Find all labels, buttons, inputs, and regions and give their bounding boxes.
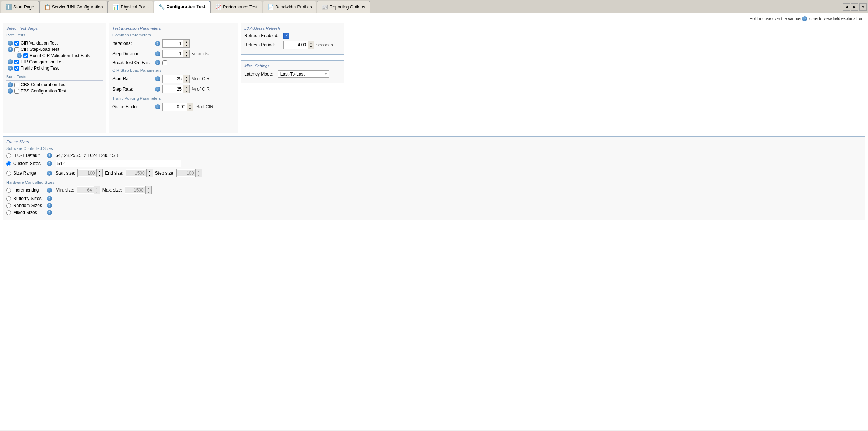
ebs-config-help-icon[interactable]: ? [8, 88, 13, 94]
end-size-spin-buttons: ▲ ▼ [146, 169, 153, 177]
cbs-config-checkbox[interactable] [14, 83, 19, 87]
tab-scroll-right[interactable]: ▶ [851, 3, 858, 11]
refresh-period-input[interactable]: 4.00 [284, 42, 308, 48]
break-on-fail-help-icon[interactable]: ? [155, 60, 160, 65]
l3-refresh-panel: L3 Address Refresh Refresh Enabled: Refr… [241, 23, 344, 55]
end-size-spin-up[interactable]: ▲ [147, 169, 153, 173]
run-if-cir-fails-checkbox[interactable] [23, 53, 28, 58]
step-duration-spin-up[interactable]: ▲ [183, 50, 189, 54]
start-rate-input[interactable]: 25 [163, 76, 183, 82]
incrementing-help-icon[interactable]: ? [47, 188, 52, 193]
run-if-cir-fails-row: ? Run if CIR Validation Test Fails [6, 53, 103, 58]
end-size-spin-down[interactable]: ▼ [147, 173, 153, 177]
iterations-input[interactable]: 1 [163, 40, 183, 47]
butterfly-radio[interactable] [6, 196, 11, 201]
run-if-cir-fails-help-icon[interactable]: ? [17, 53, 22, 58]
random-help-icon[interactable]: ? [47, 203, 52, 208]
start-rate-spin-buttons: ▲ ▼ [183, 75, 189, 83]
frame-sizes-title: Frame Sizes [6, 140, 862, 144]
tab-start-page[interactable]: ℹ️ Start Page [1, 1, 39, 13]
incrementing-label: Incrementing [13, 188, 45, 193]
end-size-input[interactable]: 1500 [126, 170, 146, 176]
step-size-spin-up[interactable]: ▲ [196, 169, 202, 173]
grace-factor-spin-down[interactable]: ▼ [187, 107, 193, 111]
custom-sizes-help-icon[interactable]: ? [47, 161, 52, 166]
max-size-spin-up[interactable]: ▲ [146, 186, 151, 190]
min-size-spin-up[interactable]: ▲ [94, 186, 100, 190]
tab-reporting-options[interactable]: 📰 Reporting Options [317, 1, 370, 13]
traffic-policing-checkbox[interactable] [14, 66, 19, 71]
refresh-enabled-checkbox[interactable] [283, 33, 289, 39]
step-rate-help-icon[interactable]: ? [155, 87, 160, 92]
min-size-spin-down[interactable]: ▼ [94, 190, 100, 194]
cir-validation-checkbox[interactable] [14, 41, 19, 46]
custom-sizes-radio[interactable] [6, 161, 11, 166]
max-size-input[interactable]: 1500 [125, 187, 145, 193]
exec-params-panel: Test Execution Parameters Common Paramet… [109, 23, 238, 133]
step-rate-spinner: 25 ▲ ▼ [162, 85, 190, 93]
min-size-input[interactable]: 64 [77, 187, 94, 193]
min-size-spin-buttons: ▲ ▼ [94, 186, 100, 194]
step-size-spin-down[interactable]: ▼ [196, 173, 202, 177]
grace-factor-spin-up[interactable]: ▲ [187, 103, 193, 107]
itu-default-help-icon[interactable]: ? [47, 153, 52, 158]
custom-sizes-input[interactable]: 512 [56, 160, 181, 167]
cir-step-load-checkbox[interactable] [14, 47, 19, 52]
step-duration-label: Step Duration: [112, 51, 153, 56]
end-size-label: End size: [105, 171, 123, 176]
tab-physical-ports[interactable]: 📊 Physical Ports [108, 1, 153, 13]
start-size-spin-up[interactable]: ▲ [97, 169, 102, 173]
break-on-fail-checkbox[interactable] [162, 60, 167, 65]
refresh-period-spin-down[interactable]: ▼ [308, 45, 314, 49]
incrementing-radio[interactable] [6, 188, 11, 193]
ebs-config-label: EBS Configuration Test [21, 88, 66, 94]
tab-performance-test[interactable]: 📈 Performance Test [210, 1, 262, 13]
step-rate-spin-down[interactable]: ▼ [183, 89, 189, 93]
refresh-period-spin-up[interactable]: ▲ [308, 41, 314, 45]
step-size-input[interactable]: 100 [177, 170, 195, 176]
butterfly-help-icon[interactable]: ? [47, 196, 52, 201]
tab-configuration-test[interactable]: 🔧 Configuration Test [154, 1, 210, 13]
random-radio[interactable] [6, 203, 11, 208]
mixed-help-icon[interactable]: ? [47, 210, 52, 215]
tab-service-uni[interactable]: 📋 Service/UNI Configuration [39, 1, 108, 13]
start-rate-spin-up[interactable]: ▲ [183, 75, 189, 79]
iterations-spin-down[interactable]: ▼ [183, 43, 189, 47]
latency-mode-select[interactable]: Last-To-Last First-To-Last Round-Trip [278, 70, 329, 78]
itu-default-radio[interactable] [6, 153, 11, 158]
cir-step-load-help-icon[interactable]: ? [8, 47, 13, 52]
step-rate-input[interactable]: 25 [163, 86, 183, 92]
cir-validation-help-icon[interactable]: ? [8, 41, 13, 46]
size-range-radio[interactable] [6, 171, 11, 176]
size-range-help-icon[interactable]: ? [47, 171, 52, 176]
grace-factor-input[interactable]: 0.00 [163, 104, 187, 110]
eir-config-row: ? EIR Configuration Test [6, 59, 103, 64]
iterations-help-icon[interactable]: ? [155, 41, 160, 46]
step-duration-spin-buttons: ▲ ▼ [183, 50, 189, 57]
start-rate-help-icon[interactable]: ? [155, 76, 160, 81]
start-size-input[interactable]: 100 [78, 170, 96, 176]
max-size-spin-down[interactable]: ▼ [146, 190, 151, 194]
traffic-policing-help-icon[interactable]: ? [8, 66, 13, 71]
step-rate-spin-up[interactable]: ▲ [183, 85, 189, 89]
step-duration-input[interactable]: 1 [163, 50, 183, 57]
ebs-config-checkbox[interactable] [14, 89, 19, 94]
step-duration-spin-down[interactable]: ▼ [183, 54, 189, 57]
tab-scroll-left[interactable]: ◀ [843, 3, 850, 11]
step-rate-label: Step Rate: [112, 87, 153, 92]
eir-config-checkbox[interactable] [14, 60, 19, 64]
traffic-policing-row: ? Traffic Policing Test [6, 66, 103, 71]
start-rate-spin-down[interactable]: ▼ [183, 79, 189, 83]
cbs-config-help-icon[interactable]: ? [8, 82, 13, 87]
iterations-spin-up[interactable]: ▲ [183, 40, 189, 43]
step-size-spinner: 100 ▲ ▼ [176, 169, 202, 177]
eir-config-help-icon[interactable]: ? [8, 59, 13, 64]
tab-close[interactable]: ✕ [859, 3, 867, 11]
mixed-radio[interactable] [6, 210, 11, 215]
grace-factor-help-icon[interactable]: ? [155, 104, 160, 109]
size-range-row: Size Range ? Start size: 100 ▲ ▼ End siz… [6, 169, 862, 177]
tab-bandwidth-profiles[interactable]: 📄 Bandwidth Profiles [263, 1, 316, 13]
max-size-spinner: 1500 ▲ ▼ [125, 186, 152, 194]
start-size-spin-down[interactable]: ▼ [97, 173, 102, 177]
step-duration-help-icon[interactable]: ? [155, 51, 160, 56]
